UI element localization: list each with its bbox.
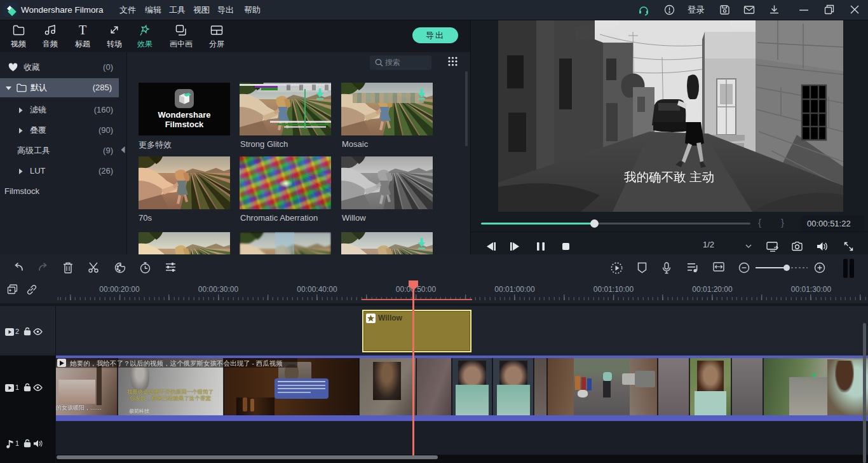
svg-text:我的确不敢 主动: 我的确不敢 主动 [624, 170, 714, 184]
